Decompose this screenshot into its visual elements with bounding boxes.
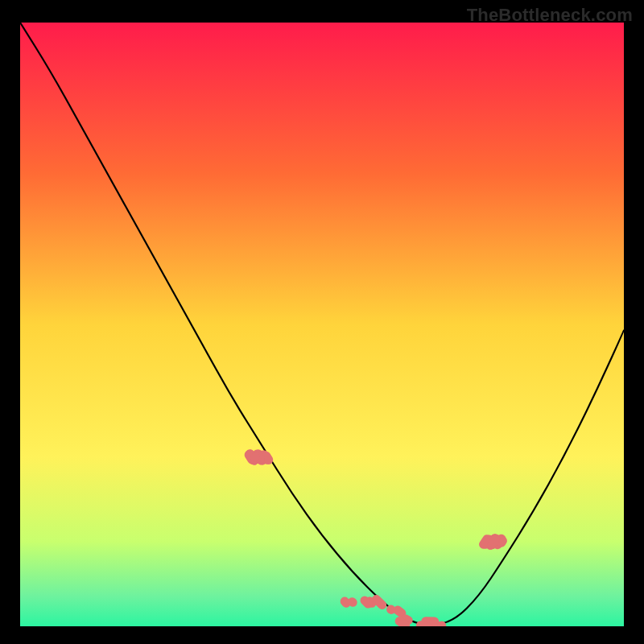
chart-frame: TheBottleneck.com [0,0,644,644]
chart-svg [20,23,624,626]
plot-area [20,23,624,626]
